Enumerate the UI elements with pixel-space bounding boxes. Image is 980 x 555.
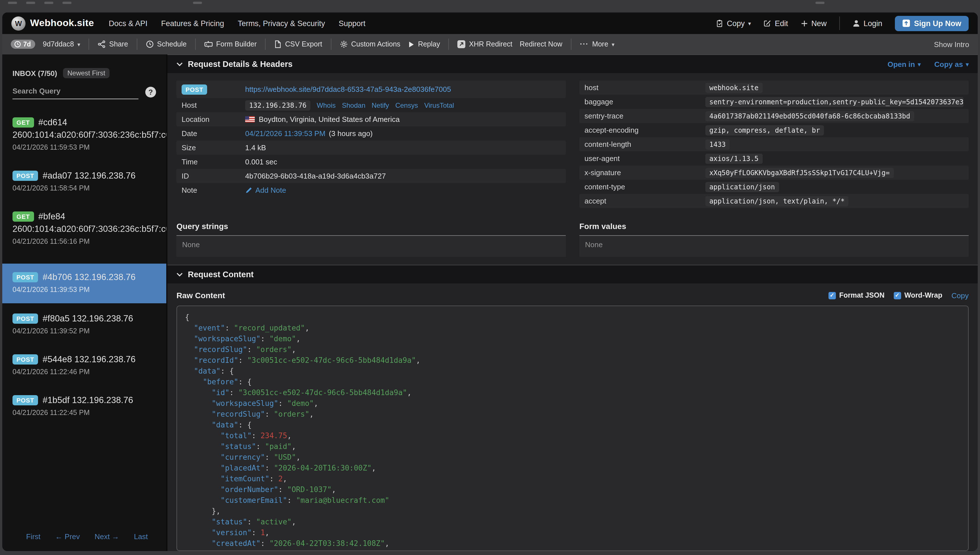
header-name: content-length — [584, 140, 705, 149]
redirect-now-label: Redirect Now — [520, 40, 562, 48]
request-timestamp: 04/21/2026 11:22:46 PM — [13, 368, 166, 378]
size-label: Size — [182, 143, 245, 152]
shodan-link[interactable]: Shodan — [342, 101, 365, 109]
copy-content-link[interactable]: Copy — [951, 291, 969, 300]
csv-export-button[interactable]: CSV Export — [274, 40, 322, 48]
brand[interactable]: W Webhook.site — [11, 16, 94, 30]
browser-chrome-fragment — [44, 2, 53, 4]
show-intro-link[interactable]: Show Intro — [934, 40, 969, 48]
redirect-now-button[interactable]: Redirect Now — [520, 40, 562, 48]
request-id: #cd614 — [38, 117, 67, 128]
request-content-section-header[interactable]: Request Content — [167, 265, 978, 284]
request-id: #f80a5 132.196.238.76 — [43, 313, 133, 324]
request-list-item[interactable]: POST#4b706 132.196.238.7604/21/2026 11:3… — [2, 264, 166, 303]
question-icon[interactable]: ? — [145, 87, 156, 98]
custom-actions-button[interactable]: Custom Actions — [340, 40, 400, 48]
new-button[interactable]: New — [800, 19, 827, 27]
request-list-item[interactable]: GET#cd6142600:1014:a020:60f7:3036:236c:b… — [2, 116, 166, 154]
edit-button[interactable]: Edit — [763, 19, 788, 27]
id-row: ID 4b706b29-6b03-418a-a19d-3d6a4cb3a727 — [177, 169, 566, 183]
checkbox-checked-icon: ✓ — [893, 292, 901, 299]
edit-label: Edit — [775, 19, 788, 27]
toolbar-divider — [330, 38, 331, 50]
upload-icon — [902, 19, 910, 27]
header-name: baggage — [584, 98, 705, 106]
token-dropdown[interactable]: 9d7ddac8 ▾ — [43, 40, 80, 48]
share-label: Share — [109, 40, 128, 48]
nav-link-support[interactable]: Support — [338, 19, 365, 27]
code-line: { — [185, 312, 960, 322]
add-note-link[interactable]: Add Note — [255, 186, 286, 194]
request-list-item[interactable]: POST#f80a5 132.196.238.7604/21/2026 11:3… — [2, 312, 166, 337]
pencil-icon — [245, 186, 253, 194]
pagination-next[interactable]: Next → — [95, 533, 119, 541]
netify-link[interactable]: Netify — [372, 101, 389, 109]
nav-link-terms[interactable]: Terms, Privacy & Security — [238, 19, 325, 27]
xhr-redirect-icon — [458, 40, 466, 48]
replay-label: Replay — [418, 40, 440, 48]
header-value: 1433 — [705, 139, 730, 149]
method-badge: POST — [13, 171, 38, 181]
sort-toggle[interactable]: Newest First — [63, 68, 110, 78]
retention-badge[interactable]: 7d — [11, 40, 35, 49]
pagination-last[interactable]: Last — [134, 533, 148, 541]
header-value: application/json — [705, 182, 779, 192]
request-list: GET#cd6142600:1014:a020:60f7:3036:236c:b… — [2, 116, 166, 533]
id-value: 4b706b29-6b03-418a-a19d-3d6a4cb3a727 — [245, 172, 386, 180]
copy-as-dropdown[interactable]: Copy as▾ — [934, 60, 969, 68]
code-line: "version": 1, — [185, 527, 960, 538]
chevron-down-icon — [177, 62, 183, 66]
caret-down-icon: ▾ — [748, 20, 751, 26]
copy-dropdown[interactable]: Copy ▾ — [716, 19, 751, 27]
request-list-item[interactable]: POST#544e8 132.196.238.7604/21/2026 11:2… — [2, 353, 166, 378]
request-details-section-header[interactable]: Request Details & Headers Open in▾ Copy … — [167, 55, 978, 73]
pencil-square-icon — [763, 19, 771, 27]
request-list-item[interactable]: POST#ada07 132.196.238.7604/21/2026 11:5… — [2, 170, 166, 194]
open-in-dropdown[interactable]: Open in▾ — [888, 60, 921, 68]
login-button[interactable]: Login — [852, 19, 882, 27]
more-dropdown[interactable]: ··· More ▾ — [580, 40, 615, 48]
replay-button[interactable]: Replay — [408, 40, 440, 48]
location-row: Location Boydton, Virginia, United State… — [177, 112, 566, 127]
form-builder-label: Form Builder — [216, 40, 257, 48]
location-value: Boydton, Virginia, United States of Amer… — [259, 115, 400, 124]
method-badge: POST — [13, 395, 38, 405]
censys-link[interactable]: Censys — [395, 101, 418, 109]
pagination-first[interactable]: First — [26, 533, 40, 541]
search-input[interactable] — [13, 85, 138, 99]
header-name: accept-encoding — [584, 126, 705, 134]
request-list-item[interactable]: POST#1b5df 132.196.238.7604/21/2026 11:2… — [2, 394, 166, 419]
method-badge: POST — [13, 313, 38, 324]
main-panel: Request Details & Headers Open in▾ Copy … — [167, 55, 978, 551]
request-list-item[interactable]: GET#bfe842600:1014:a020:60f7:3036:236c:b… — [2, 210, 166, 248]
browser-chrome-fragment — [26, 2, 35, 4]
header-value: gzip, compress, deflate, br — [705, 125, 824, 135]
nav-link-docs[interactable]: Docs & API — [109, 19, 148, 27]
query-form-area: Query strings None Form values None — [167, 208, 978, 257]
nav-link-pricing[interactable]: Features & Pricing — [161, 19, 224, 27]
header-row: acceptapplication/json, text/plain, */* — [579, 194, 969, 208]
share-icon — [98, 40, 106, 48]
header-row: baggagesentry-environment=production,sen… — [579, 95, 969, 109]
caret-down-icon: ▾ — [918, 61, 921, 67]
raw-content-title: Raw Content — [177, 291, 225, 300]
play-icon — [408, 40, 415, 48]
code-line: "data": { — [185, 420, 960, 430]
nav-divider — [839, 16, 840, 30]
schedule-button[interactable]: Schedule — [146, 40, 187, 48]
header-row: user-agentaxios/1.13.5 — [579, 151, 969, 165]
share-button[interactable]: Share — [98, 40, 128, 48]
pagination-prev[interactable]: ← Prev — [55, 533, 80, 541]
id-label: ID — [182, 172, 245, 180]
virustotal-link[interactable]: VirusTotal — [424, 101, 454, 109]
form-builder-button[interactable]: Form Builder — [204, 40, 257, 48]
request-ipv6: 2600:1014:a020:60f7:3036:236c:b5f7:c0c0 — [13, 223, 166, 235]
date-link[interactable]: 04/21/2026 11:39:53 PM — [245, 129, 325, 138]
xhr-redirect-button[interactable]: XHR Redirect — [458, 40, 512, 48]
format-json-checkbox[interactable]: ✓ Format JSON — [829, 291, 885, 299]
code-line: "recordId": "3c0051cc-e502-47dc-96c6-5bb… — [185, 355, 960, 366]
sign-up-button[interactable]: Sign Up Now — [895, 16, 969, 31]
word-wrap-checkbox[interactable]: ✓ Word-Wrap — [893, 291, 942, 299]
request-url-link[interactable]: https://webhook.site/9d7ddac8-6533-47a5-… — [245, 85, 451, 93]
whois-link[interactable]: Whois — [317, 101, 336, 109]
